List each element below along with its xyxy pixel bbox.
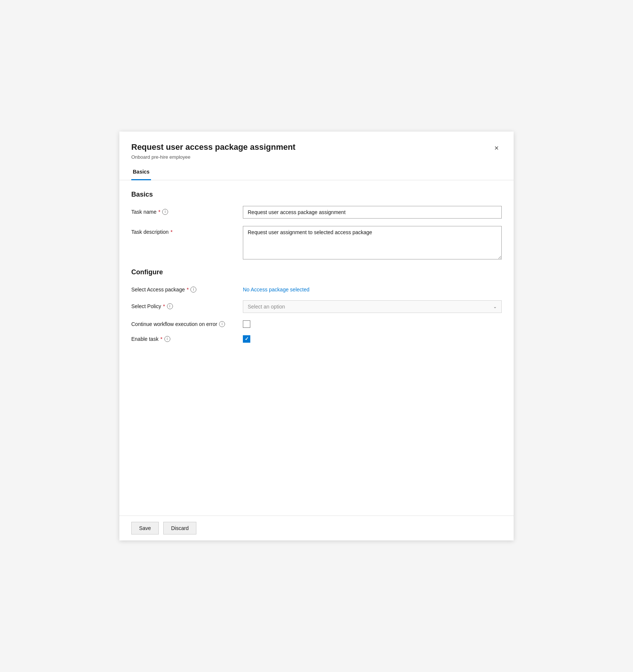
- configure-section-title: Configure: [131, 268, 502, 276]
- select-access-package-row: Select Access package * i No Access pack…: [131, 284, 502, 293]
- continue-workflow-checkbox[interactable]: [243, 320, 250, 328]
- basics-section-title: Basics: [131, 191, 502, 198]
- task-description-input[interactable]: Request user assignment to selected acce…: [243, 226, 502, 259]
- task-name-required: *: [158, 209, 160, 215]
- task-name-input[interactable]: [243, 206, 502, 219]
- access-package-control: No Access package selected: [243, 284, 502, 293]
- no-access-package-link[interactable]: No Access package selected: [243, 284, 309, 293]
- dialog: Request user access package assignment O…: [119, 132, 514, 540]
- enable-task-checkbox[interactable]: [243, 335, 250, 343]
- enable-task-label: Enable task * i: [131, 336, 243, 342]
- task-name-info-icon[interactable]: i: [162, 209, 168, 215]
- task-description-label: Task description *: [131, 226, 243, 235]
- continue-workflow-info-icon[interactable]: i: [219, 321, 225, 327]
- tabs-bar: Basics: [119, 164, 514, 180]
- continue-workflow-label: Continue workflow execution on error i: [131, 321, 243, 327]
- enable-task-row: Enable task * i: [131, 335, 502, 343]
- dialog-header-text: Request user access package assignment O…: [131, 142, 295, 160]
- task-name-label: Task name * i: [131, 206, 243, 215]
- access-package-info-icon[interactable]: i: [190, 287, 196, 293]
- select-policy-row: Select Policy * i Select an option ⌄: [131, 300, 502, 313]
- enable-task-required: *: [160, 336, 162, 342]
- select-policy-placeholder: Select an option: [248, 304, 285, 310]
- task-description-control: Request user assignment to selected acce…: [243, 226, 502, 261]
- select-access-package-label: Select Access package * i: [131, 284, 243, 293]
- access-package-required: *: [187, 287, 189, 293]
- select-policy-label: Select Policy * i: [131, 300, 243, 309]
- dialog-body: Basics Task name * i Task description * …: [119, 180, 514, 516]
- dialog-footer: Save Discard: [119, 516, 514, 540]
- discard-button[interactable]: Discard: [163, 522, 196, 534]
- policy-info-icon[interactable]: i: [167, 303, 173, 309]
- select-policy-dropdown[interactable]: Select an option ⌄: [243, 300, 502, 313]
- policy-control: Select an option ⌄: [243, 300, 502, 313]
- dialog-subtitle: Onboard pre-hire employee: [131, 154, 295, 160]
- task-name-control: [243, 206, 502, 219]
- dialog-header: Request user access package assignment O…: [119, 132, 514, 164]
- policy-required: *: [163, 303, 165, 309]
- close-button[interactable]: ×: [491, 143, 502, 153]
- save-button[interactable]: Save: [131, 522, 159, 534]
- continue-workflow-row: Continue workflow execution on error i: [131, 320, 502, 328]
- task-description-required: *: [170, 229, 172, 235]
- dialog-title: Request user access package assignment: [131, 142, 295, 153]
- enable-task-checkbox-wrapper: [243, 335, 250, 343]
- task-name-row: Task name * i: [131, 206, 502, 219]
- enable-task-info-icon[interactable]: i: [164, 336, 170, 342]
- tab-basics[interactable]: Basics: [131, 164, 151, 180]
- task-description-row: Task description * Request user assignme…: [131, 226, 502, 261]
- configure-section: Configure Select Access package * i No A…: [131, 268, 502, 343]
- continue-workflow-checkbox-wrapper: [243, 320, 250, 328]
- chevron-down-icon: ⌄: [493, 304, 497, 309]
